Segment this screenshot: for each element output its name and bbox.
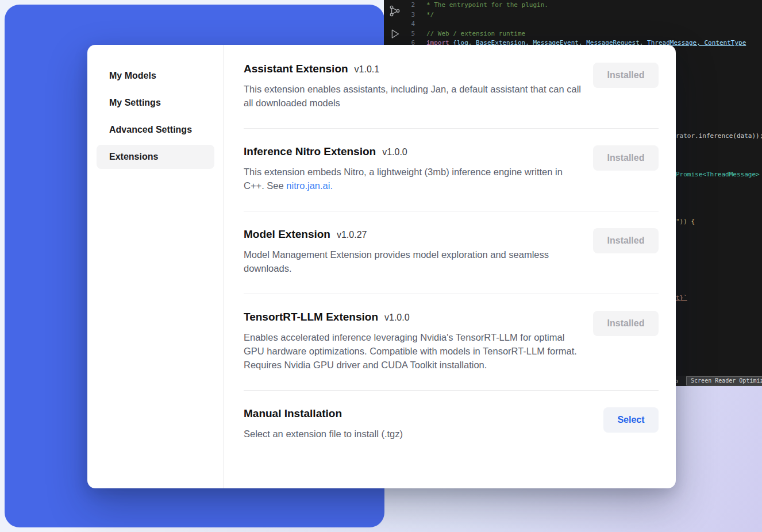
sidebar-item-extensions[interactable]: Extensions xyxy=(97,145,214,169)
line-number: 2 xyxy=(384,1,426,10)
code-line: 2* The entrypoint for the plugin. xyxy=(384,1,762,10)
extension-description: This extension embeds Nitro, a lightweig… xyxy=(244,165,582,192)
manual-installation-row: Manual Installation Select an extension … xyxy=(244,391,659,459)
code-fragment: rator.inference(data)); xyxy=(676,132,762,140)
extensions-panel: Assistant Extension v1.0.1 This extensio… xyxy=(224,45,676,488)
extension-name: Assistant Extension xyxy=(244,63,348,75)
settings-modal: My Models My Settings Advanced Settings … xyxy=(87,45,676,488)
extension-version: v1.0.1 xyxy=(355,64,380,75)
code-line: 4 xyxy=(384,20,762,29)
extension-version: v1.0.0 xyxy=(382,147,407,157)
line-number: 5 xyxy=(384,29,426,39)
extension-row-tensorrt: TensortRT-LLM Extension v1.0.0 Enables a… xyxy=(244,294,659,391)
installed-button[interactable]: Installed xyxy=(593,145,659,171)
extension-name: TensortRT-LLM Extension xyxy=(244,311,378,323)
code-fragment: t}` xyxy=(676,294,687,302)
extension-description: Enables accelerated inference leveraging… xyxy=(244,330,582,372)
code-text: * The entrypoint for the plugin. xyxy=(426,1,548,9)
extension-version: v1.0.0 xyxy=(384,313,410,323)
screen-reader-chip[interactable]: Screen Reader Optimize xyxy=(686,376,762,385)
manual-installation-description: Select an extension file to install (.tg… xyxy=(244,427,403,441)
select-file-button[interactable]: Select xyxy=(603,407,659,433)
extension-row-nitro: Inference Nitro Extension v1.0.0 This ex… xyxy=(244,129,659,211)
manual-installation-title: Manual Installation xyxy=(244,407,342,420)
extension-name: Inference Nitro Extension xyxy=(244,145,376,158)
extension-description: Model Management Extension provides mode… xyxy=(244,248,582,275)
extension-version: v1.0.27 xyxy=(337,230,367,240)
installed-button[interactable]: Installed xyxy=(593,228,659,253)
code-fragment: Promise<ThreadMessage> xyxy=(676,171,760,178)
nitro-link[interactable]: nitro.jan.ai. xyxy=(286,180,333,191)
line-number: 3 xyxy=(384,10,426,20)
extension-description: This extension enables assistants, inclu… xyxy=(244,82,582,110)
code-fragment: ")) { xyxy=(676,218,695,225)
sidebar-item-my-settings[interactable]: My Settings xyxy=(97,91,214,115)
installed-button[interactable]: Installed xyxy=(593,63,659,88)
extension-row-model: Model Extension v1.0.27 Model Management… xyxy=(244,211,659,294)
code-line: 3*/ xyxy=(384,10,762,20)
code-line: 5// Web / extension runtime xyxy=(384,29,762,39)
line-number: 4 xyxy=(384,20,426,29)
sidebar-item-my-models[interactable]: My Models xyxy=(97,64,214,88)
code-lines: 2* The entrypoint for the plugin. 3*/ 4 … xyxy=(384,1,762,48)
settings-sidebar: My Models My Settings Advanced Settings … xyxy=(87,45,224,488)
extension-name: Model Extension xyxy=(244,228,330,241)
sidebar-item-advanced-settings[interactable]: Advanced Settings xyxy=(97,118,214,142)
code-text: */ xyxy=(426,11,434,18)
installed-button[interactable]: Installed xyxy=(593,311,659,336)
extension-row-assistant: Assistant Extension v1.0.1 This extensio… xyxy=(244,46,659,129)
code-text: // Web / extension runtime xyxy=(426,30,525,37)
